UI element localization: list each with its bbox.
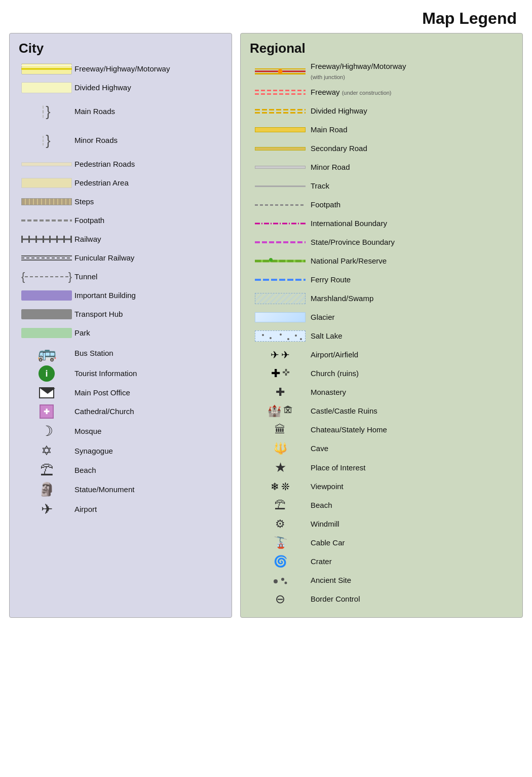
svg-point-6 [300,338,302,340]
nat-park-reg-label: National Park/Reserve [311,256,387,266]
list-item: International Boundary [250,216,513,231]
railway-city-label: Railway [74,234,101,244]
chateau-icon: 🏛 [275,423,286,436]
list-item: Funicular Railway [19,250,222,266]
list-item: Main Post Office [19,385,222,400]
list-item: Track [250,178,513,194]
secondary-road-reg-label: Secondary Road [311,143,367,154]
airport-city-icon: ✈ [19,501,74,517]
list-item: } Main Roads [19,99,222,124]
viewpoint-reg-icon: ❄❊ [250,480,311,493]
castle-reg-label: Castle/Castle Ruins [311,406,377,416]
list-item: 🚡 Cable Car [250,535,513,550]
airport-city-label: Airport [74,504,97,514]
envelope-icon [39,387,54,398]
cathedral-church-city-icon: ✚ [19,404,74,419]
main-road-reg-label: Main Road [311,125,348,135]
park-city-label: Park [74,328,90,338]
airport-airfield-reg-label: Airport/Airfield [311,350,358,360]
list-item: Pedestrian Roads [19,157,222,172]
list-item: ✚ Cathedral/Church [19,404,222,419]
ancient-site-icon [273,575,288,585]
bus-station-city-label: Bus Station [74,348,113,358]
mosque-city-label: Mosque [74,426,101,436]
list-item: Secondary Road [250,141,513,156]
cable-car-reg-label: Cable Car [311,538,345,548]
place-interest-reg-icon: ★ [250,460,311,475]
crescent-icon: ☽ [41,423,53,439]
footpath-city-label: Footpath [74,215,104,226]
viewpoint-reg-label: Viewpoint [311,482,344,492]
funicular-railway-city-icon [19,254,74,262]
viewpoint-icon: ❄❊ [271,480,290,493]
list-item: Freeway/Highway/Motorway (with junction) [250,61,513,81]
main-road-reg-icon [250,127,311,132]
place-interest-reg-label: Place of Interest [311,463,365,473]
crater-icon: 🌀 [274,555,287,568]
synagogue-city-label: Synagogue [74,446,113,456]
list-item: Salt Lake [250,328,513,344]
tunnel-city-icon: { } [19,272,74,282]
intl-boundary-reg-label: International Boundary [311,218,387,229]
list-item: Freeway (under construction) [250,85,513,100]
list-item: ✈ Airport [19,501,222,517]
monastery-reg-label: Monastery [311,387,346,397]
list-item: Freeway/Highway/Motorway [19,61,222,77]
park-city-icon [19,328,74,338]
svg-point-1 [262,334,264,336]
minor-roads-city-icon: } [19,133,74,147]
marshland-reg-icon [250,293,311,304]
monastery-reg-icon: ✚ [250,386,311,399]
svg-point-5 [295,335,297,337]
windmill-reg-icon: ⚙ [250,517,311,531]
svg-point-7 [274,579,278,583]
synagogue-city-icon: ✡ [19,443,74,459]
main-post-office-city-label: Main Post Office [74,388,130,398]
list-item: Park [19,325,222,341]
main-roads-city-label: Main Roads [74,106,115,117]
svg-point-4 [287,338,289,340]
list-item: ✚ Monastery [250,385,513,400]
transport-hub-city-icon [19,309,74,319]
list-item: ✡ Synagogue [19,443,222,459]
main-roads-city-icon: } [19,104,74,119]
divided-highway-city-icon [19,82,74,93]
castle-reg-icon: 🏰🏚 [250,404,311,418]
salt-lake-reg-icon [250,330,311,342]
mosque-city-icon: ☽ [19,423,74,439]
secondary-road-reg-icon [250,147,311,151]
windmill-icon: ⚙ [275,517,285,531]
cave-icon: 🔱 [274,442,287,455]
transport-hub-city-label: Transport Hub [74,309,123,319]
freeway-highway-motorway-city-icon [19,63,74,75]
tourist-info-city-icon: i [19,365,74,382]
intl-boundary-svg [255,221,306,226]
list-item: Important Building [19,288,222,303]
list-item: 🚌 Bus Station [19,344,222,362]
crater-reg-label: Crater [311,557,332,567]
steps-city-label: Steps [74,197,94,207]
svg-point-8 [281,578,284,581]
cathedral-church-city-label: Cathedral/Church [74,406,134,417]
airport-airfield-reg-icon: ✈✈ [250,349,311,361]
list-item: National Park/Reserve [250,253,513,269]
freeway-construct-reg-label: Freeway (under construction) [311,87,392,97]
legend-columns: City Freeway/Highway/Motorway Divided Hi… [0,33,532,627]
list-item: ✚✜ Church (ruins) [250,366,513,381]
city-panel: City Freeway/Highway/Motorway Divided Hi… [9,33,232,618]
nat-park-reg-icon [250,257,311,265]
svg-point-9 [285,582,287,584]
list-item: Railway [19,232,222,247]
castle-icon: 🏰🏚 [268,404,293,418]
chateau-reg-label: Chateau/Stately Home [311,425,387,435]
statue-monument-city-icon: 🗿 [19,482,74,497]
pedestrian-area-city-label: Pedestrian Area [74,178,129,188]
ancient-site-reg-icon [250,575,311,585]
freeway-junction-reg-icon [250,68,311,75]
church-ruins-reg-label: Church (ruins) [311,368,359,379]
list-item: State/Province Boundary [250,235,513,250]
list-item: ⊖ Border Control [250,591,513,607]
list-item: Marshland/Swamp [250,291,513,306]
track-reg-label: Track [311,181,329,191]
railway-city-icon [19,236,74,243]
